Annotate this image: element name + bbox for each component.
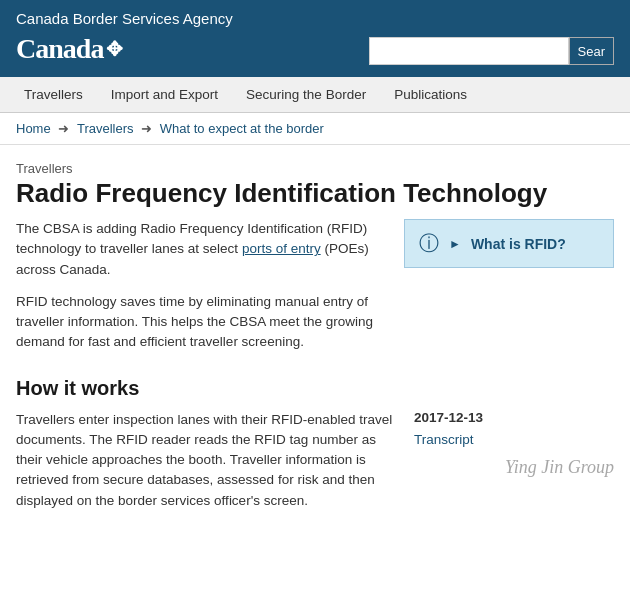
breadcrumb: Home ➜ Travellers ➜ What to expect at th… (0, 113, 630, 145)
canada-text: Canad (16, 33, 90, 65)
nav-securing-border[interactable]: Securing the Border (232, 77, 380, 112)
play-arrow-icon: ► (449, 237, 461, 251)
breadcrumb-arrow-1: ➜ (58, 121, 73, 136)
search-area: Sear (369, 37, 614, 65)
nav-import-export[interactable]: Import and Export (97, 77, 232, 112)
breadcrumb-arrow-2: ➜ (141, 121, 156, 136)
search-input[interactable] (369, 37, 569, 65)
page-title: Radio Frequency Identification Technolog… (16, 178, 614, 209)
how-it-works-title: How it works (16, 377, 614, 400)
header: Canada Border Services Agency Canad a ✥ … (0, 0, 630, 77)
info-icon: ⓘ (419, 230, 439, 257)
search-button[interactable]: Sear (569, 37, 614, 65)
ports-of-entry-link[interactable]: ports of entry (242, 241, 321, 256)
content-left: The CBSA is adding Radio Frequency Ident… (16, 219, 388, 373)
breadcrumb-home[interactable]: Home (16, 121, 51, 136)
agency-name: Canada Border Services Agency (16, 10, 614, 27)
canada-wordmark: Canad a ✥ (16, 33, 123, 65)
video-date: 2017-12-13 (414, 410, 614, 425)
breadcrumb-travellers[interactable]: Travellers (77, 121, 134, 136)
rfid-box-label: What is RFID? (471, 236, 566, 252)
maple-leaf-icon: ✥ (106, 37, 123, 61)
watermark: Ying Jin Group (414, 457, 614, 478)
how-it-works-text: Travellers enter inspection lanes with t… (16, 410, 394, 511)
rfid-box[interactable]: ⓘ ► What is RFID? (404, 219, 614, 268)
intro-row: The CBSA is adding Radio Frequency Ident… (16, 219, 614, 373)
nav-travellers[interactable]: Travellers (10, 77, 97, 112)
main-content: Travellers Radio Frequency Identificatio… (0, 145, 630, 511)
main-nav: Travellers Import and Export Securing th… (0, 77, 630, 113)
side-info: 2017-12-13 Transcript Ying Jin Group (414, 410, 614, 511)
nav-publications[interactable]: Publications (380, 77, 481, 112)
bottom-row: Travellers enter inspection lanes with t… (16, 410, 614, 511)
section-label: Travellers (16, 161, 614, 176)
transcript-link[interactable]: Transcript (414, 432, 474, 447)
second-para: RFID technology saves time by eliminatin… (16, 292, 388, 353)
intro-text: The CBSA is adding Radio Frequency Ident… (16, 219, 388, 280)
breadcrumb-current[interactable]: What to expect at the border (160, 121, 324, 136)
